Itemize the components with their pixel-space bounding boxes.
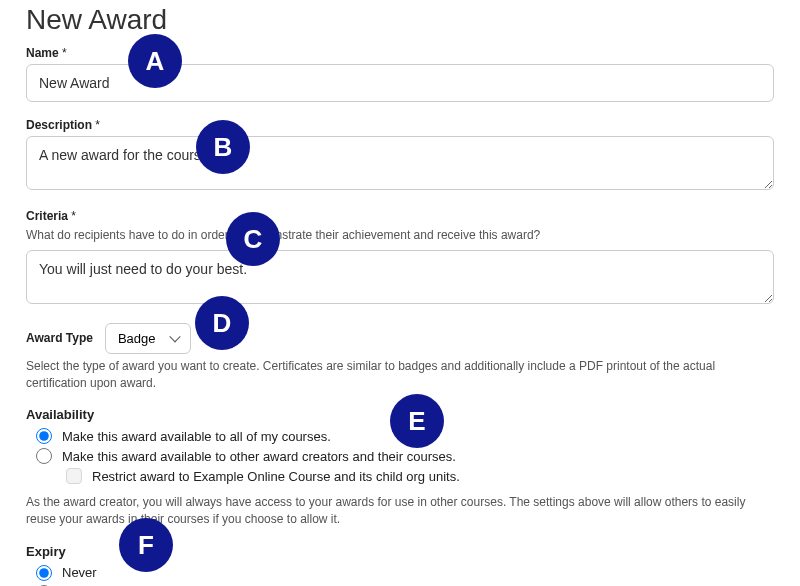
criteria-label: Criteria: [26, 209, 774, 223]
award-type-select[interactable]: Badge: [105, 323, 191, 354]
expiry-heading: Expiry: [26, 544, 774, 559]
description-section: Description A new award for the course: [26, 118, 774, 193]
description-input[interactable]: A new award for the course: [26, 136, 774, 190]
availability-section: Availability Make this award available t…: [26, 407, 774, 528]
availability-restrict-checkbox[interactable]: [66, 468, 82, 484]
criteria-help: What do recipients have to do in order t…: [26, 227, 774, 244]
criteria-input[interactable]: You will just need to do your best.: [26, 250, 774, 304]
expiry-never-radio[interactable]: [36, 565, 52, 581]
name-section: Name: [26, 46, 774, 102]
availability-restrict-label: Restrict award to Example Online Course …: [92, 469, 460, 484]
expiry-never-label: Never: [62, 565, 97, 580]
availability-others-label: Make this award available to other award…: [62, 449, 456, 464]
page-title: New Award: [26, 4, 774, 36]
expiry-section: Expiry Never Fixed Date: [26, 544, 774, 586]
name-label: Name: [26, 46, 774, 60]
award-type-select-wrap: Badge: [105, 323, 191, 354]
availability-heading: Availability: [26, 407, 774, 422]
availability-others-radio[interactable]: [36, 448, 52, 464]
availability-restrict-row[interactable]: Restrict award to Example Online Course …: [66, 468, 774, 484]
availability-others-row[interactable]: Make this award available to other award…: [36, 448, 774, 464]
criteria-section: Criteria What do recipients have to do i…: [26, 209, 774, 307]
expiry-never-row[interactable]: Never: [36, 565, 774, 581]
availability-note: As the award creator, you will always ha…: [26, 494, 774, 528]
award-type-help: Select the type of award you want to cre…: [26, 358, 774, 392]
availability-all-radio[interactable]: [36, 428, 52, 444]
availability-all-label: Make this award available to all of my c…: [62, 429, 331, 444]
description-label: Description: [26, 118, 774, 132]
award-type-label: Award Type: [26, 331, 93, 345]
name-input[interactable]: [26, 64, 774, 102]
availability-all-row[interactable]: Make this award available to all of my c…: [36, 428, 774, 444]
award-type-section: Award Type Badge Select the type of awar…: [26, 323, 774, 392]
